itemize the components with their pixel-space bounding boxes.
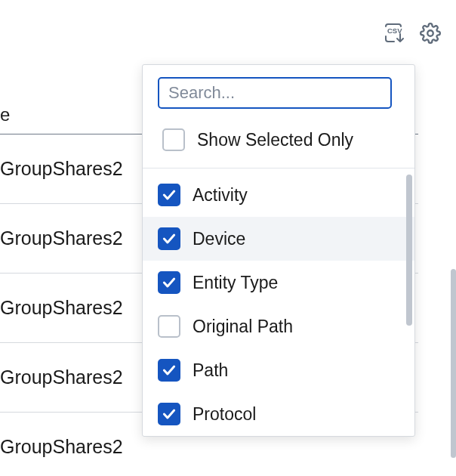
column-option-checkbox[interactable] [158, 403, 180, 425]
column-option-label: Protocol [193, 404, 256, 425]
column-option-checkbox[interactable] [158, 184, 180, 206]
column-option-label: Device [193, 229, 245, 249]
toolbar: CSV [384, 23, 441, 47]
column-options-list: ActivityDeviceEntity TypeOriginal PathPa… [143, 168, 414, 436]
show-selected-only-option[interactable]: Show Selected Only [158, 121, 399, 165]
column-option[interactable]: Device [143, 217, 414, 261]
column-option-checkbox[interactable] [158, 359, 180, 382]
csv-export-icon[interactable]: CSV [384, 23, 406, 47]
column-option[interactable]: Original Path [143, 304, 414, 348]
column-option-checkbox[interactable] [158, 227, 180, 250]
column-option-label: Entity Type [193, 273, 278, 293]
gear-icon[interactable] [420, 23, 441, 47]
svg-point-1 [427, 30, 433, 36]
dropdown-scroll-thumb[interactable] [406, 175, 412, 326]
column-option[interactable]: Protocol [143, 392, 414, 436]
page-vertical-scroll-thumb[interactable] [451, 269, 456, 458]
column-option[interactable]: Activity [143, 173, 414, 217]
column-option-label: Original Path [193, 317, 293, 337]
column-option[interactable]: Entity Type [143, 261, 414, 304]
search-input[interactable] [158, 77, 392, 109]
column-option-checkbox[interactable] [158, 271, 180, 294]
table-cell: GroupShares2 [0, 436, 123, 458]
column-option-checkbox[interactable] [158, 315, 180, 338]
column-picker-dropdown: Show Selected Only ActivityDeviceEntity … [142, 64, 415, 437]
column-option-label: Path [193, 360, 228, 381]
table-cell: GroupShares2 [0, 158, 123, 180]
table-cell: GroupShares2 [0, 366, 123, 388]
column-option[interactable]: Path [143, 348, 414, 392]
show-selected-only-label: Show Selected Only [197, 130, 353, 150]
table-cell: GroupShares2 [0, 227, 123, 249]
column-option-label: Activity [193, 185, 248, 206]
show-selected-only-checkbox[interactable] [162, 128, 185, 151]
table-cell: GroupShares2 [0, 297, 123, 319]
